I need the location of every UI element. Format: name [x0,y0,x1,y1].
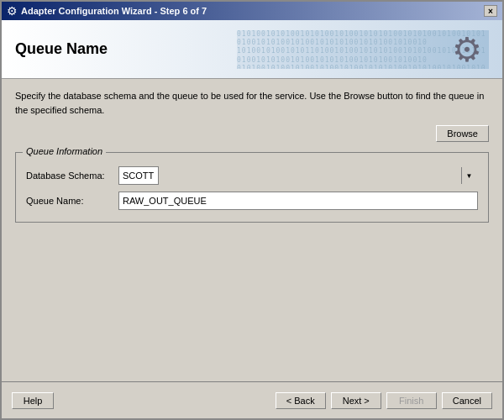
footer: Help < Back Next > Finish Cancel [2,381,502,418]
close-button[interactable]: × [484,5,497,17]
queue-name-label: Queue Name: [26,196,118,206]
window-title: Adapter Configuration Wizard - Step 6 of… [21,6,207,16]
finish-button[interactable]: Finish [386,392,437,409]
browse-row: Browse [15,125,489,142]
next-button[interactable]: Next > [331,392,381,409]
footer-right: < Back Next > Finish Cancel [276,392,492,409]
header-background: 0101001010100101010010100101010100101010… [237,30,489,69]
database-schema-row: Database Schema: SCOTT ▼ [26,166,478,185]
footer-left: Help [12,392,54,409]
group-legend: Queue Information [23,146,106,156]
back-button[interactable]: < Back [276,392,326,409]
help-button[interactable]: Help [12,392,54,409]
database-schema-label: Database Schema: [26,171,118,181]
title-bar-left: ⚙ Adapter Configuration Wizard - Step 6 … [7,4,207,18]
queue-name-input[interactable] [118,192,478,210]
select-arrow-icon: ▼ [461,167,476,184]
cancel-button[interactable]: Cancel [442,392,492,409]
gear-icon: ⚙ [452,30,482,69]
browse-button[interactable]: Browse [436,125,489,142]
app-icon: ⚙ [7,4,18,18]
database-schema-select[interactable]: SCOTT [118,166,159,185]
queue-information-group: Queue Information Database Schema: SCOTT… [15,152,489,223]
wizard-window: ⚙ Adapter Configuration Wizard - Step 6 … [0,0,504,420]
queue-name-row: Queue Name: [26,192,478,210]
page-title: Queue Name [15,40,108,58]
title-bar: ⚙ Adapter Configuration Wizard - Step 6 … [2,2,502,20]
database-schema-select-wrapper: SCOTT ▼ [118,166,478,185]
description-text: Specify the database schema and the queu… [15,89,489,117]
binary-decoration: 0101001010100101010010100101010100101010… [237,30,489,69]
content-area: Specify the database schema and the queu… [2,79,502,381]
header-banner: Queue Name 01010010101001010100101001010… [2,20,502,79]
header-banner-inner: Queue Name 01010010101001010100101001010… [15,30,489,69]
